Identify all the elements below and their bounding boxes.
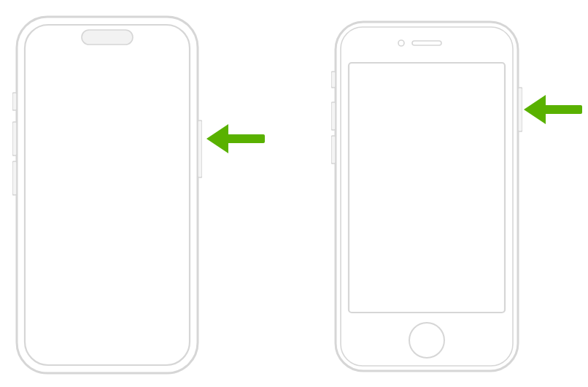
side-button-right-phone — [518, 88, 522, 131]
iphone-faceid-outline — [12, 12, 202, 378]
arrow-to-side-button-right — [524, 93, 576, 123]
svg-rect-4 — [12, 161, 17, 195]
svg-marker-14 — [524, 95, 546, 124]
earpiece-icon — [412, 41, 441, 45]
svg-rect-13 — [540, 105, 582, 114]
svg-rect-12 — [331, 136, 336, 164]
home-button-icon — [409, 323, 444, 358]
svg-rect-2 — [12, 93, 17, 110]
svg-rect-7 — [336, 22, 518, 371]
svg-rect-9 — [349, 63, 505, 313]
svg-rect-0 — [17, 17, 198, 373]
svg-rect-8 — [341, 27, 513, 366]
arrow-to-side-button-left — [206, 123, 259, 152]
svg-rect-3 — [12, 122, 17, 156]
svg-rect-10 — [331, 72, 336, 88]
iphone-homebutton-outline — [331, 18, 522, 375]
side-button-left-phone — [198, 120, 202, 177]
svg-rect-1 — [25, 25, 190, 365]
front-camera-icon — [398, 40, 404, 46]
svg-marker-6 — [206, 124, 228, 153]
notch-icon — [82, 30, 133, 45]
svg-rect-11 — [331, 102, 336, 130]
svg-rect-5 — [223, 134, 265, 143]
